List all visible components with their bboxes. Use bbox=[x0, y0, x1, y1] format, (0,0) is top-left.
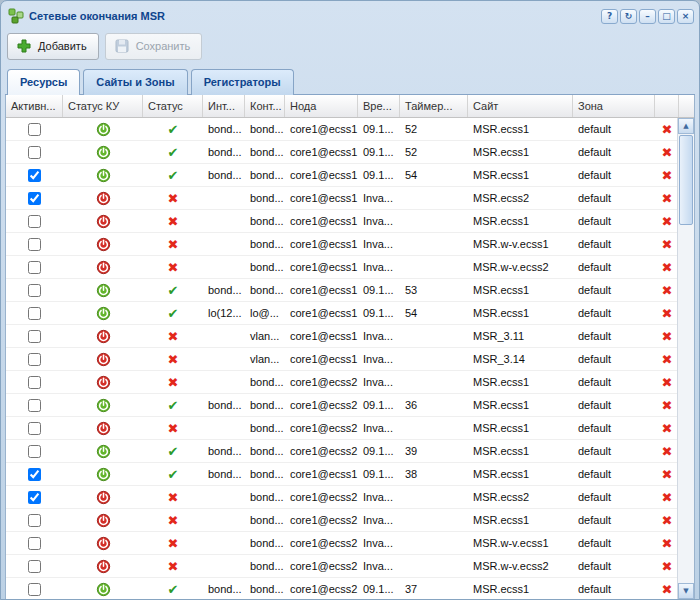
delete-icon[interactable]: ✖ bbox=[662, 422, 673, 435]
delete-icon[interactable]: ✖ bbox=[662, 284, 673, 297]
active-checkbox[interactable] bbox=[28, 422, 41, 435]
delete-icon[interactable]: ✖ bbox=[662, 445, 673, 458]
active-checkbox[interactable] bbox=[28, 123, 41, 136]
column-header-node[interactable]: Нода bbox=[285, 95, 358, 118]
scroll-thumb[interactable] bbox=[679, 135, 693, 225]
active-checkbox[interactable] bbox=[28, 146, 41, 159]
tab-bar: Ресурсы Сайты и Зоны Регистраторы bbox=[5, 63, 695, 95]
column-header-active[interactable]: Активн... bbox=[6, 95, 63, 118]
delete-icon[interactable]: ✖ bbox=[662, 192, 673, 205]
table-row[interactable]: ✔ lo(12... lo@... core1@ecss1 09.1... 54… bbox=[6, 302, 677, 325]
window: Сетевые окончания MSR ? ↻ – □ × Добавить… bbox=[0, 0, 700, 600]
scroll-up-icon[interactable]: ▲ bbox=[678, 118, 694, 134]
table-row[interactable]: ✖ bond... core1@ecss1 Inva... MSR.w-v.ec… bbox=[6, 233, 677, 256]
column-header-interface[interactable]: Инт... bbox=[203, 95, 245, 118]
active-checkbox[interactable] bbox=[28, 261, 41, 274]
delete-icon[interactable]: ✖ bbox=[662, 215, 673, 228]
active-checkbox[interactable] bbox=[28, 583, 41, 596]
active-checkbox[interactable] bbox=[28, 376, 41, 389]
active-checkbox[interactable] bbox=[28, 560, 41, 573]
tab-sites-zones[interactable]: Сайты и Зоны bbox=[83, 69, 187, 95]
table-row[interactable]: ✔ bond... bond... core1@ecss1 09.1... 52… bbox=[6, 118, 677, 141]
delete-icon[interactable]: ✖ bbox=[662, 537, 673, 550]
delete-icon[interactable]: ✖ bbox=[662, 514, 673, 527]
table-row[interactable]: ✖ bond... core1@ecss2 Inva... MSR.ecss1 … bbox=[6, 371, 677, 394]
column-header-context[interactable]: Конт... bbox=[245, 95, 285, 118]
cell-site: MSR.ecss2 bbox=[468, 192, 573, 204]
delete-icon[interactable]: ✖ bbox=[662, 123, 673, 136]
delete-icon[interactable]: ✖ bbox=[662, 146, 673, 159]
save-button[interactable]: Сохранить bbox=[105, 33, 203, 60]
delete-icon[interactable]: ✖ bbox=[662, 491, 673, 504]
cell-zone: default bbox=[573, 353, 655, 365]
column-header-ku-status[interactable]: Статус КУ bbox=[63, 95, 143, 118]
cell-time: 09.1... bbox=[358, 445, 400, 457]
column-header-time[interactable]: Вре... bbox=[358, 95, 400, 118]
help-button[interactable]: ? bbox=[601, 9, 618, 24]
table-row[interactable]: ✖ bond... core1@ecss2 Inva... MSR.ecss1 … bbox=[6, 417, 677, 440]
scrollbar[interactable]: ▲ ▼ bbox=[677, 118, 694, 599]
table-row[interactable]: ✔ bond... bond... core1@ecss1 09.1... 54… bbox=[6, 164, 677, 187]
table-row[interactable]: ✖ bond... core1@ecss2 Inva... MSR.w-v.ec… bbox=[6, 532, 677, 555]
delete-icon[interactable]: ✖ bbox=[662, 468, 673, 481]
active-checkbox[interactable] bbox=[28, 307, 41, 320]
active-checkbox[interactable] bbox=[28, 514, 41, 527]
table-row[interactable]: ✖ bond... core1@ecss2 Inva... MSR.w-v.ec… bbox=[6, 555, 677, 578]
active-checkbox[interactable] bbox=[28, 215, 41, 228]
tab-resources[interactable]: Ресурсы bbox=[7, 69, 80, 95]
delete-icon[interactable]: ✖ bbox=[662, 169, 673, 182]
close-button[interactable]: × bbox=[677, 9, 694, 24]
delete-icon[interactable]: ✖ bbox=[662, 560, 673, 573]
delete-icon[interactable]: ✖ bbox=[662, 399, 673, 412]
active-checkbox[interactable] bbox=[28, 399, 41, 412]
refresh-button[interactable]: ↻ bbox=[620, 9, 637, 24]
active-checkbox[interactable] bbox=[28, 468, 41, 481]
delete-icon[interactable]: ✖ bbox=[662, 353, 673, 366]
table-row[interactable]: ✖ vlan... core1@ecss1 Inva... MSR_3.14 d… bbox=[6, 348, 677, 371]
cell-zone: default bbox=[573, 583, 655, 595]
tab-registrars[interactable]: Регистраторы bbox=[191, 69, 294, 95]
table-row[interactable]: ✖ bond... core1@ecss2 Inva... MSR.ecss2 … bbox=[6, 486, 677, 509]
delete-icon[interactable]: ✖ bbox=[662, 238, 673, 251]
delete-icon[interactable]: ✖ bbox=[662, 261, 673, 274]
table-row[interactable]: ✖ bond... core1@ecss1 Inva... MSR.w-v.ec… bbox=[6, 256, 677, 279]
table-row[interactable]: ✖ bond... core1@ecss2 Inva... MSR.ecss1 … bbox=[6, 509, 677, 532]
active-checkbox[interactable] bbox=[28, 238, 41, 251]
column-header-zone[interactable]: Зона bbox=[573, 95, 655, 118]
active-checkbox[interactable] bbox=[28, 491, 41, 504]
active-checkbox[interactable] bbox=[28, 537, 41, 550]
table-row[interactable]: ✖ bond... core1@ecss1 Inva... MSR.ecss2 … bbox=[6, 187, 677, 210]
table-row[interactable]: ✖ vlan... core1@ecss1 Inva... MSR_3.11 d… bbox=[6, 325, 677, 348]
cell-interface: bond... bbox=[203, 284, 245, 296]
table-row[interactable]: ✔ bond... bond... core1@ecss2 09.1... 36… bbox=[6, 394, 677, 417]
add-button[interactable]: Добавить bbox=[7, 33, 99, 60]
delete-icon[interactable]: ✖ bbox=[662, 583, 673, 596]
active-checkbox[interactable] bbox=[28, 169, 41, 182]
active-checkbox[interactable] bbox=[28, 330, 41, 343]
active-checkbox[interactable] bbox=[28, 445, 41, 458]
active-checkbox[interactable] bbox=[28, 353, 41, 366]
cell-context: bond... bbox=[245, 238, 285, 250]
active-checkbox[interactable] bbox=[28, 284, 41, 297]
scroll-track[interactable] bbox=[678, 226, 694, 583]
table-row[interactable]: ✔ bond... bond... core1@ecss1 09.1... 52… bbox=[6, 141, 677, 164]
maximize-button[interactable]: □ bbox=[658, 9, 675, 24]
active-checkbox[interactable] bbox=[28, 192, 41, 205]
table-row[interactable]: ✔ bond... bond... core1@ecss2 09.1... 37… bbox=[6, 578, 677, 599]
column-header-actions[interactable] bbox=[655, 95, 679, 118]
table-row[interactable]: ✔ bond... bond... core1@ecss2 09.1... 39… bbox=[6, 440, 677, 463]
column-header-timer[interactable]: Таймер... bbox=[400, 95, 468, 118]
cell-time: Inva... bbox=[358, 537, 400, 549]
column-header-status[interactable]: Статус bbox=[143, 95, 203, 118]
table-row[interactable]: ✔ bond... bond... core1@ecss1 09.1... 38… bbox=[6, 463, 677, 486]
toolbar: Добавить Сохранить bbox=[5, 27, 695, 63]
delete-icon[interactable]: ✖ bbox=[662, 330, 673, 343]
column-header-site[interactable]: Сайт bbox=[468, 95, 573, 118]
cell-interface: bond... bbox=[203, 468, 245, 480]
delete-icon[interactable]: ✖ bbox=[662, 307, 673, 320]
table-row[interactable]: ✖ bond... core1@ecss1 Inva... MSR.ecss1 … bbox=[6, 210, 677, 233]
delete-icon[interactable]: ✖ bbox=[662, 376, 673, 389]
minimize-button[interactable]: – bbox=[639, 9, 656, 24]
scroll-down-icon[interactable]: ▼ bbox=[678, 583, 694, 599]
table-row[interactable]: ✔ bond... bond... core1@ecss1 09.1... 53… bbox=[6, 279, 677, 302]
